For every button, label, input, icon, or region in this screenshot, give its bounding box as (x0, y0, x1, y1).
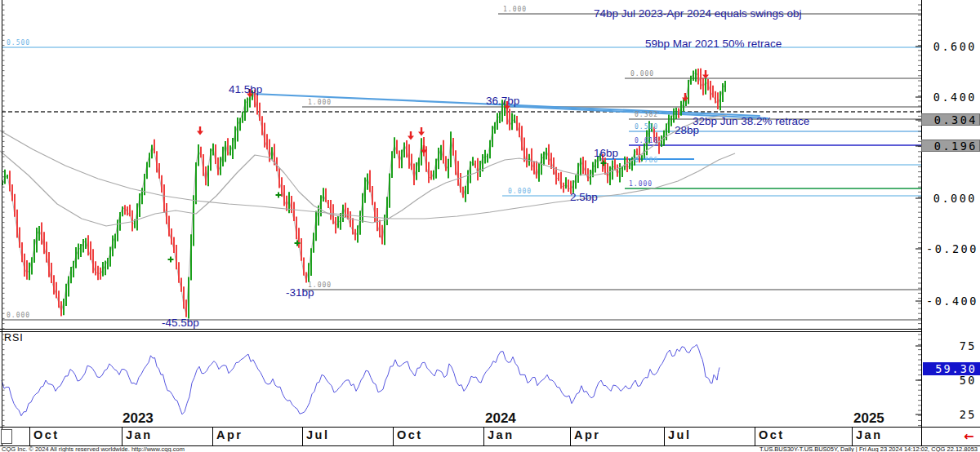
footer-copyright: CQG Inc. © 2024 All rights reserved worl… (2, 445, 185, 452)
scroll-left-arrow-icon[interactable]: ← (964, 429, 974, 444)
footer-symbol-timestamp: T.US.BUS30Y-T.US.BUS05Y, Daily | Fri Aug… (760, 445, 978, 452)
corner-resize-box[interactable] (1, 429, 12, 444)
rsi-study-label: RSI (4, 332, 24, 343)
cqg-chart-window: 1.0000.5000.0001.0000.3820.5000.6180.786… (0, 0, 980, 452)
chart-canvas[interactable] (0, 0, 980, 452)
